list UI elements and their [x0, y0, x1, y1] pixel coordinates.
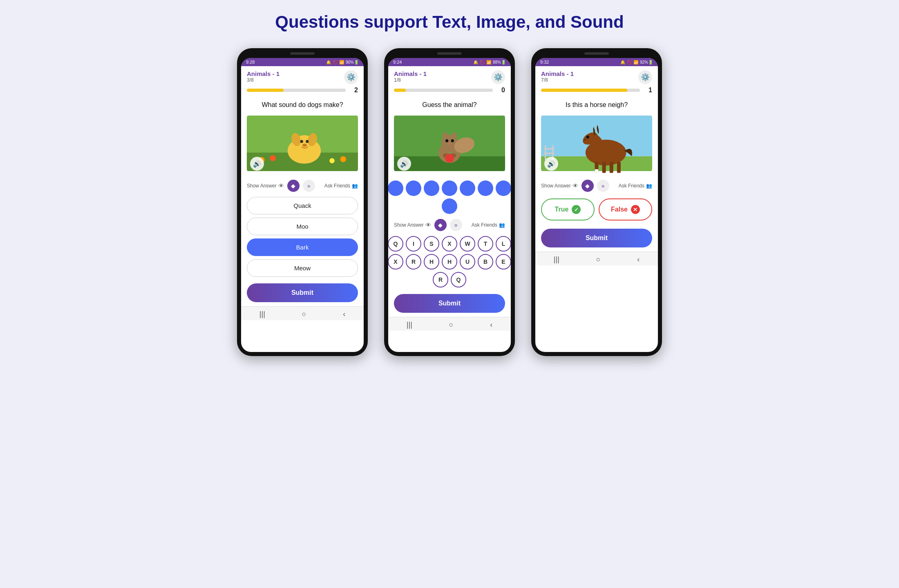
submit-btn-2[interactable]: Submit — [394, 294, 505, 313]
phone-screen-1: 9:28 🔔 🚫 📶 90%🔋 Animals - 1 3/8 ⚙️ — [241, 58, 364, 352]
nav-menu-icon-2[interactable]: ||| — [407, 321, 412, 329]
letter-L[interactable]: L — [496, 236, 511, 252]
svg-point-6 — [300, 140, 303, 143]
diamond-btn-1[interactable]: ◆ — [287, 180, 300, 192]
sound-btn-3[interactable]: 🔊 — [544, 157, 558, 171]
header-left-1: Animals - 1 3/8 — [247, 70, 280, 83]
letter-blanks-2 — [388, 176, 511, 216]
nav-back-icon-1[interactable]: ‹ — [343, 310, 345, 318]
option-quack[interactable]: Quack — [247, 197, 358, 214]
option-meow[interactable]: Meow — [247, 259, 358, 277]
ask-friends-label-1: Ask Friends — [324, 183, 350, 189]
blank-row-2-1 — [388, 180, 511, 196]
nav-menu-icon-1[interactable]: ||| — [259, 310, 265, 318]
phone-speaker-1 — [290, 52, 315, 55]
status-time-1: 9:28 — [246, 60, 255, 65]
squirrel-image-wrapper: 🔊 — [394, 113, 505, 174]
blank-7 — [496, 180, 511, 196]
app-header-3: Animals - 1 7/8 ⚙️ — [535, 66, 658, 87]
tf-row-3: True ✓ False ✕ — [535, 195, 658, 224]
show-answer-btn-1[interactable]: Show Answer 👁 — [247, 183, 284, 189]
nav-home-icon-2[interactable]: ○ — [449, 321, 454, 329]
svg-point-36 — [584, 139, 586, 140]
phone-screen-2: 9:24 🔔 🚫 📶 88%🔋 Animals - 1 1/8 ⚙️ — [388, 58, 511, 352]
phones-container: 9:28 🔔 🚫 📶 90%🔋 Animals - 1 3/8 ⚙️ — [237, 48, 662, 356]
wifi-icon-2: 📶 — [486, 60, 491, 65]
nav-home-icon-3[interactable]: ○ — [596, 255, 601, 264]
ask-friends-btn-2[interactable]: Ask Friends 👥 — [472, 222, 505, 228]
svg-point-10 — [270, 155, 276, 161]
letter-Q2[interactable]: Q — [451, 272, 466, 287]
mute-icon-2: 🚫 — [480, 60, 485, 65]
show-answer-label-1: Show Answer — [247, 183, 277, 189]
false-btn-3[interactable]: False ✕ — [599, 198, 652, 220]
phone-2: 9:24 🔔 🚫 📶 88%🔋 Animals - 1 1/8 ⚙️ — [384, 48, 515, 356]
svg-point-18 — [443, 132, 448, 140]
wifi-icon-1: 📶 — [339, 60, 344, 65]
letter-T[interactable]: T — [478, 236, 493, 252]
option-moo[interactable]: Moo — [247, 218, 358, 235]
progress-bar-bg-1 — [247, 89, 346, 92]
blank-2 — [406, 180, 421, 196]
letter-X1[interactable]: X — [442, 236, 457, 252]
letter-H2[interactable]: H — [442, 254, 457, 270]
show-answer-btn-3[interactable]: Show Answer 👁 — [541, 183, 578, 189]
gear-icon-2[interactable]: ⚙️ — [491, 70, 505, 84]
svg-rect-39 — [610, 162, 613, 173]
diamond-btn-3[interactable]: ◆ — [581, 180, 594, 192]
letter-U[interactable]: U — [460, 254, 475, 270]
svg-rect-31 — [544, 153, 554, 154]
letter-X2[interactable]: X — [388, 254, 403, 270]
nav-back-icon-2[interactable]: ‹ — [490, 321, 492, 329]
alarm-icon-2: 🔔 — [473, 60, 478, 65]
letter-S[interactable]: S — [424, 236, 439, 252]
question-text-3: Is this a horse neigh? — [541, 101, 652, 109]
show-answer-btn-2[interactable]: Show Answer 👁 — [394, 222, 431, 228]
app-header-1: Animals - 1 3/8 ⚙️ — [241, 66, 364, 87]
status-icons-2: 🔔 🚫 📶 88%🔋 — [473, 60, 506, 65]
letter-B[interactable]: B — [478, 254, 493, 270]
skip-btn-3[interactable]: » — [597, 180, 609, 192]
svg-rect-38 — [602, 162, 606, 173]
phone-1: 9:28 🔔 🚫 📶 90%🔋 Animals - 1 3/8 ⚙️ — [237, 48, 368, 356]
nav-menu-icon-3[interactable]: ||| — [554, 255, 559, 264]
nav-home-icon-1[interactable]: ○ — [302, 310, 306, 318]
svg-rect-40 — [617, 162, 621, 173]
ask-friends-btn-3[interactable]: Ask Friends 👥 — [619, 183, 652, 189]
option-bark[interactable]: Bark — [247, 238, 358, 256]
quiz-title-1: Animals - 1 — [247, 70, 280, 77]
true-btn-3[interactable]: True ✓ — [541, 198, 595, 220]
letter-R2[interactable]: R — [433, 272, 448, 287]
letter-Q[interactable]: Q — [388, 236, 403, 252]
submit-btn-3[interactable]: Submit — [541, 229, 652, 247]
sound-btn-1[interactable]: 🔊 — [250, 157, 264, 171]
progress-score-2: 0 — [497, 87, 505, 94]
svg-point-21 — [451, 139, 454, 142]
sound-btn-2[interactable]: 🔊 — [397, 157, 411, 171]
submit-btn-1[interactable]: Submit — [247, 283, 358, 302]
letter-H1[interactable]: H — [424, 254, 439, 270]
progress-bar-bg-2 — [394, 89, 493, 92]
svg-point-11 — [340, 156, 346, 163]
letter-E[interactable]: E — [496, 254, 511, 270]
skip-btn-1[interactable]: » — [303, 180, 315, 192]
letter-I[interactable]: I — [406, 236, 421, 252]
svg-point-25 — [445, 154, 454, 163]
svg-point-8 — [302, 144, 307, 147]
gear-icon-1[interactable]: ⚙️ — [344, 70, 358, 84]
check-icon-3: ✓ — [572, 205, 581, 214]
progress-row-3: 1 — [535, 87, 658, 97]
quiz-progress-2: 1/8 — [394, 77, 427, 83]
ask-friends-btn-1[interactable]: Ask Friends 👥 — [324, 183, 358, 189]
diamond-btn-2[interactable]: ◆ — [434, 219, 447, 231]
skip-btn-2[interactable]: » — [450, 219, 462, 231]
letter-W[interactable]: W — [460, 236, 475, 252]
wifi-icon-3: 📶 — [633, 60, 638, 65]
action-row-2: Show Answer 👁 ◆ » Ask Friends 👥 — [388, 216, 511, 234]
svg-point-20 — [445, 139, 448, 142]
nav-bar-2: ||| ○ ‹ — [388, 317, 511, 331]
gear-icon-3[interactable]: ⚙️ — [638, 70, 652, 84]
question-area-3: Is this a horse neigh? — [535, 97, 658, 176]
letter-R[interactable]: R — [406, 254, 421, 270]
nav-back-icon-3[interactable]: ‹ — [637, 255, 640, 264]
